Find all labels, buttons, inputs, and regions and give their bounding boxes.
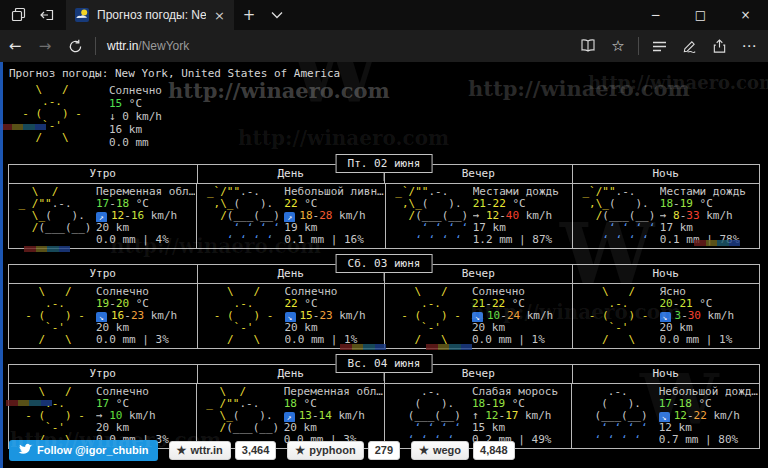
precipitation: 0.0 mm | 4% [96,234,195,246]
day-table: Сб. 03 июняУтроДеньВечерНочь \ / .-. - (… [8,264,760,349]
github-star-count[interactable]: 3,464 [235,441,277,460]
wind: → 12-40 km/h [473,210,571,222]
weather-art-sunny: \ / .-. - ( ) - `-' / \ [201,286,283,346]
weather-details: Солнечно17 °C→ 10 km/h20 km0.0 mm | 3% [96,386,195,446]
back-button[interactable]: ← [0,33,30,59]
refresh-button[interactable] [60,33,90,59]
weather-art-sunny: \ / .-. - ( ) - `-' / \ [12,286,94,346]
wind: ↓ 0 km/h [109,110,768,123]
weather-details: Солнечно21-22 °C↘10-24 km/h20 km0.0 mm |… [472,286,571,346]
precipitation: 0.0 mm | 1% [285,334,384,346]
forecast-days: Пт. 02 июняУтроДеньВечерНочь \ / _ /"".-… [0,164,768,449]
condition-text: Солнечно [109,84,768,97]
github-star-count[interactable]: 279 [368,441,400,460]
weather-art-shower: _`/"".-. ,\_( ). /(___(__) ‘ ‘ ‘ ‘ ‘ ‘ ‘… [576,186,658,246]
weather-art-sunny: \ / .-. - ( ) - `-' / \ [388,286,470,346]
weather-art-drizzle: .-. ( ). (___(__) ‘ ‘ ‘ ‘ ‘ ‘ ‘ ‘ [388,386,470,446]
wind-direction-icon: ↘ [660,312,671,322]
github-star-button[interactable]: ★pyphoon [287,441,363,460]
wind-direction-icon: ↘ [472,312,483,322]
hub-icon[interactable] [644,33,674,59]
weather-details: Переменная обл…17-18 °C↗12-16 km/h20 km0… [96,186,195,246]
weather-details: Переменная обл…18 °C↗13-14 km/h20 km0.0 … [284,386,383,446]
weather-art-shower: _`/"".-. ,\_( ). /(___(__) ‘ ‘ ‘ ‘ ‘ ‘ ‘… [200,186,282,246]
condition-text: Небольшой ливн… [284,186,383,198]
forecast-cell: \ / _ /"".-. \_( ). /(___(__) Переменная… [9,184,196,248]
weather-details: Солнечно22 °C↘15-23 km/h20 km0.0 mm | 1% [285,286,384,346]
github-badge: ★pyphoon279 [287,441,400,460]
weather-details: Солнечно15 °C↓ 0 km/h16 km0.0 mm [109,84,768,149]
github-star-button[interactable]: ★wttr.in [169,441,231,460]
tab-close-icon[interactable]: × [212,8,227,23]
condition-text: Переменная обл… [96,186,195,198]
day-body-row: \ / .-. - ( ) - `-' / \Солнечно17 °C→ 10… [9,384,759,448]
wind: ↘12-22 km/h [659,410,758,422]
wind: ↗13-14 km/h [284,410,383,422]
tabs-set-aside-icon[interactable] [10,6,28,24]
favorites-star-icon[interactable]: ☆ [603,33,633,59]
day-table: Пт. 02 июняУтроДеньВечерНочь \ / _ /"".-… [8,164,760,249]
weather-art-sunny: \ / .-. - ( ) - `-' / \ [9,84,95,149]
period-header: Утро [9,265,197,283]
wind: ↘15-23 km/h [285,310,384,322]
period-header: Ночь [572,165,760,183]
wind-direction-icon: ↗ [96,212,107,222]
visibility: 15 km [472,422,570,434]
reading-view-icon[interactable] [573,33,603,59]
visibility: 20 km [285,322,384,334]
forecast-cell: .-. ( ). (___(__) ‘ ‘ ‘ ‘ ‘ ‘ ‘ ‘Слабая … [384,384,571,448]
forecast-cell: _`/"".-. ,\_( ). /(___(__) ‘ ‘ ‘ ‘ ‘ ‘ ‘… [572,184,759,248]
visibility: 12 km [659,422,758,434]
forecast-cell: \ / .-. - ( ) - `-' / \Солнечно17 °C→ 10… [9,384,196,448]
github-star-count[interactable]: 4,848 [473,441,515,460]
condition-text: Местами дождь [660,186,758,198]
share-icon[interactable] [704,33,734,59]
new-tab-button[interactable]: + [234,0,264,30]
window-minimize-button[interactable]: − [633,0,678,30]
forecast-cell: \ / .-. - ( ) - `-' / \Солнечно22 °C↘15-… [197,284,385,348]
visibility: 20 km [472,322,571,334]
page-title: Прогноз погоды: New York, United States … [0,62,768,81]
period-header: Утро [9,365,197,383]
visibility: 17 km [660,222,758,234]
day-title: Вс. 04 июня [336,354,433,373]
temperature: 18-19 °C [472,398,570,410]
web-note-pen-icon[interactable] [674,33,704,59]
condition-text: Слабая морось [472,386,570,398]
forward-button[interactable]: → [30,33,60,59]
temperature: 22 °C [284,198,383,210]
twitter-bird-icon [18,443,32,458]
star-icon: ★ [295,444,305,457]
wind: → 8-33 km/h [660,210,758,222]
forecast-cell: _`/"".-. ,\_( ). /(___(__) ‘ ‘ ‘ ‘ ‘ ‘ ‘… [385,184,572,248]
wind: ↘10-24 km/h [472,310,571,322]
condition-text: Местами дождь [473,186,571,198]
forecast-cell: \ / .-. - ( ) - `-' / \Ясно20-21 °C↘3-30… [572,284,760,348]
weather-art-partly: \ / _ /"".-. \_( ). /(___(__) [200,386,282,446]
more-options-icon[interactable]: ⋯ [734,33,764,59]
temperature: 18 °C [284,398,383,410]
github-star-button[interactable]: ★wego [411,441,469,460]
visibility: 20 km [96,222,195,234]
temperature: 17-18 °C [659,398,758,410]
period-header: Ночь [572,365,760,383]
github-badge: ★wttr.in3,464 [169,441,277,460]
wind-direction-icon: ↑ [472,410,485,422]
twitter-follow-button[interactable]: Follow @igor_chubin [9,440,158,461]
set-tabs-aside-icon[interactable] [38,6,56,24]
url-field[interactable]: wttr.in/NewYork [101,33,573,59]
temperature: 17-18 °C [96,198,195,210]
star-icon: ★ [419,444,429,457]
wind: ↗18-28 km/h [284,210,383,222]
window-maximize-button[interactable]: □ [678,0,723,30]
day-table: Вс. 04 июняУтроДеньВечерНочь \ / .-. - (… [8,364,760,449]
address-bar: ← → wttr.in/NewYork ☆ ⋯ [0,30,768,62]
browser-tab[interactable]: Прогноз погоды: New Y × [66,0,234,30]
precipitation: 0.0 mm [109,136,768,149]
period-header: Ночь [572,265,760,283]
wind-direction-icon: → [96,410,109,422]
visibility: 20 km [660,322,759,334]
tab-preview-chevron-icon[interactable] [264,0,290,30]
condition-text: Ясно [660,286,759,298]
window-close-button[interactable]: × [723,0,768,30]
